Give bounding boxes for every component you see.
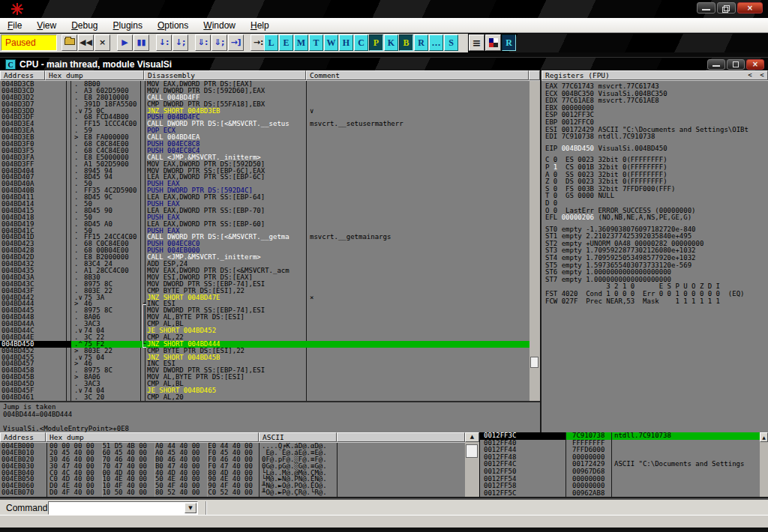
disasm-row[interactable]: 004BD448.8A06│MOV AL,BYTE PTR DS:[ESI] bbox=[0, 314, 530, 321]
command-input[interactable]: ▼ bbox=[48, 501, 198, 515]
stack-row[interactable]: 0012FF4C00172429ASCII "C:\Documents and … bbox=[480, 461, 760, 468]
disasm-row[interactable]: 004BD43C.8975 8CMOV DWORD PTR SS:[EBP-74… bbox=[0, 281, 530, 288]
disasm-row[interactable]: 004BD3FA.E8 E5000000CALL <JMP.&MSVCRT._i… bbox=[0, 154, 530, 161]
execute-till-return-button[interactable]: →] bbox=[228, 34, 244, 51]
col-disassembly[interactable]: Disassembly bbox=[144, 70, 306, 80]
stack-row[interactable]: 0012FF5000967D68 bbox=[480, 468, 760, 476]
run-trace-button[interactable]: R bbox=[502, 34, 516, 51]
step-into-button[interactable]: ↓: bbox=[156, 34, 172, 51]
cpu-close-button[interactable]: × bbox=[746, 59, 764, 70]
disasm-scrollbar-thumb[interactable] bbox=[530, 357, 538, 368]
disasm-row[interactable]: 004BD415.8D45 90LEA EAX,DWORD PTR SS:[EB… bbox=[0, 208, 530, 214]
disasm-row[interactable]: 004BD445.8975 8C│MOV DWORD PTR SS:[EBP-7… bbox=[0, 307, 530, 314]
collapse-button-2[interactable]: < bbox=[758, 71, 766, 79]
menu-window[interactable]: Window bbox=[196, 18, 243, 33]
dump-col-address[interactable]: Address bbox=[0, 432, 46, 442]
panel-button-R[interactable]: R bbox=[414, 34, 428, 51]
disasm-row[interactable]: 004BD41D.FF15 24CC4C00CALL DWORD PTR DS:… bbox=[0, 234, 530, 241]
disassembly-pane[interactable]: 004BD3CB.8B00MOV EAX,DWORD PTR DS:[EAX]0… bbox=[0, 81, 530, 401]
cpu-maximize-button[interactable] bbox=[727, 59, 745, 70]
disasm-row[interactable]: 004BD461.3C 20CMP AL,20 bbox=[0, 394, 530, 401]
disasm-row[interactable]: 004BD3D2.E8 28010000CALL 004BD4FF bbox=[0, 94, 530, 101]
disasm-row[interactable]: 004BD42D.E8 B2000000CALL <JMP.&MSVCRT._i… bbox=[0, 254, 530, 261]
stack-row[interactable]: 0012FF3C7C910738ntdll.7C910738 bbox=[480, 432, 760, 440]
menu-plugins[interactable]: Plugins bbox=[106, 18, 150, 33]
animate-over-button[interactable]: ⇓; bbox=[212, 34, 227, 51]
disasm-row[interactable]: 004BD458.8975 8CMOV DWORD PTR SS:[EBP-74… bbox=[0, 367, 530, 374]
step-over-button[interactable]: ↓; bbox=[172, 34, 188, 51]
disasm-row[interactable]: 004BD452>803E 22CMP BYTE PTR DS:[ESI],22 bbox=[0, 348, 530, 354]
disasm-row[interactable]: 004BD3EA.59POP ECX bbox=[0, 127, 530, 134]
menu-debug[interactable]: Debug bbox=[64, 18, 105, 33]
disasm-row[interactable]: 004BD44A.3AC3│CMP AL,BL bbox=[0, 321, 530, 327]
menu-options[interactable]: Options bbox=[150, 18, 196, 33]
stack-scroll-up-icon[interactable]: ▲ bbox=[760, 432, 768, 442]
disasm-row[interactable]: 004BD419.8D45 A0LEA EAX,DWORD PTR SS:[EB… bbox=[0, 221, 530, 228]
stack-scrollbar[interactable]: ▲ bbox=[760, 432, 768, 497]
panel-button-K[interactable]: K bbox=[384, 34, 398, 51]
disasm-row[interactable]: 004BD3CD.A3 602D5900MOV DWORD PTR DS:[59… bbox=[0, 88, 530, 94]
cpu-minimize-button[interactable] bbox=[707, 59, 725, 70]
disasm-row[interactable]: 004BD444>46┌INC ESI bbox=[0, 300, 530, 307]
registers-pane[interactable]: EAX 77C61743 msvcrt.77C61743ECX 004BC350… bbox=[542, 81, 768, 432]
disasm-row[interactable]: 004BD457>46INC ESI bbox=[0, 360, 530, 367]
stack-row[interactable]: 0012FF5400000000 bbox=[480, 476, 760, 483]
animate-into-button[interactable]: ⇓: bbox=[195, 34, 211, 51]
collapse-button[interactable]: < bbox=[746, 71, 754, 79]
panel-button-W[interactable]: W bbox=[324, 34, 338, 51]
dump-scrollbar[interactable]: ▲ bbox=[465, 432, 479, 497]
col-hexdump[interactable]: Hex dump bbox=[45, 70, 144, 80]
hex-dump-pane[interactable]: 004EB00000 00 00 00 51 D5 4B 00 A0 44 40… bbox=[0, 443, 465, 497]
disasm-row[interactable]: 004BD45B>8A06MOV AL,BYTE PTR DS:[ESI] bbox=[0, 374, 530, 381]
disasm-row[interactable]: 004BD43F.803E 22CMP BYTE PTR DS:[ESI],22 bbox=[0, 288, 530, 294]
panel-button-…[interactable]: … bbox=[429, 34, 443, 51]
panel-button-T[interactable]: T bbox=[309, 34, 323, 51]
panel-button-S[interactable]: S bbox=[444, 34, 458, 51]
disasm-row[interactable]: 004BD44C.∨74 04│JE SHORT 004BD452 bbox=[0, 327, 530, 334]
panel-button-E[interactable]: E bbox=[279, 34, 293, 51]
disasm-row[interactable]: 004BD450.^75 F2└JNZ SHORT 004BD444 bbox=[0, 341, 530, 348]
disasm-row[interactable]: 004BD404.8945 94MOV DWORD PTR SS:[EBP-6C… bbox=[0, 168, 530, 175]
menu-file[interactable]: File bbox=[0, 18, 29, 33]
menu-view[interactable]: View bbox=[29, 18, 64, 33]
disasm-row[interactable]: 004BD3E4.FF15 1CCC4C00CALL DWORD PTR DS:… bbox=[0, 121, 530, 127]
disasm-row[interactable]: 004BD3DF.68 FCD44B00PUSH 004BD4FC bbox=[0, 114, 530, 121]
disasm-row[interactable]: 004BD40B.FF35 4C2D5900PUSH DWORD PTR DS:… bbox=[0, 187, 530, 194]
pause-button[interactable]: ▮▮ bbox=[134, 34, 149, 51]
stack-row[interactable]: 0012FF40FFFFFFFF bbox=[480, 440, 760, 447]
panel-button-L[interactable]: L bbox=[264, 34, 278, 51]
disasm-row[interactable]: 004BD3CB.8B00MOV EAX,DWORD PTR DS:[EAX] bbox=[0, 81, 530, 88]
disasm-row[interactable]: 004BD3EB>E8 FA000000CALL 004BD4EA bbox=[0, 134, 530, 141]
panel-button-P[interactable]: P bbox=[369, 34, 383, 51]
disasm-row[interactable]: 004BD411.8D45 9CLEA EAX,DWORD PTR SS:[EB… bbox=[0, 194, 530, 201]
disasm-row[interactable]: 004BD432.83C4 24ADD ESP,24 bbox=[0, 261, 530, 267]
disasm-row[interactable]: 004BD407.8D45 94LEA EAX,DWORD PTR SS:[EB… bbox=[0, 174, 530, 181]
disasm-scrollbar[interactable] bbox=[530, 81, 540, 401]
disasm-row[interactable]: 004BD3F5.68 C4C84E00PUSH 004EC8C4 bbox=[0, 148, 530, 154]
open-file-button[interactable] bbox=[62, 34, 77, 51]
dump-scroll-up-icon[interactable]: ▲ bbox=[465, 432, 479, 442]
minimize-button[interactable] bbox=[697, 2, 716, 13]
windows-list-button[interactable]: ≡ bbox=[469, 34, 484, 51]
restart-button[interactable]: ◀◀ bbox=[78, 34, 94, 51]
panel-button-C[interactable]: C bbox=[354, 34, 368, 51]
disasm-row[interactable]: 004BD442.∨75 3AJNZ SHORT 004BD47E× bbox=[0, 294, 530, 301]
disasm-row[interactable]: 004BD435.A1 28CC4C00MOV EAX,DWORD PTR DS… bbox=[0, 267, 530, 274]
disasm-row[interactable]: 004BD3F0.68 C8C84E00PUSH 004EC8C8 bbox=[0, 141, 530, 148]
stack-row[interactable]: 0012FF447FFD6000 bbox=[480, 447, 760, 454]
dump-col-ascii[interactable]: ASCII bbox=[259, 432, 337, 442]
stack-row[interactable]: 0012FF4800000000 bbox=[480, 454, 760, 462]
disasm-row[interactable]: 004BD455.∨75 04JNZ SHORT 004BD45B bbox=[0, 354, 530, 361]
col-comment[interactable]: Comment bbox=[306, 70, 529, 80]
disasm-row[interactable]: 004BD41C.50PUSH EAX bbox=[0, 228, 530, 235]
close-program-button[interactable]: × bbox=[94, 34, 110, 51]
disasm-row[interactable]: 004BD414.50PUSH EAX bbox=[0, 201, 530, 208]
dump-row[interactable]: 004EB070D0 4F 40 00 10 50 40 00 80 52 40… bbox=[0, 489, 465, 496]
disasm-row[interactable]: 004BD423.68 C0C84E00PUSH 004EC8C0 bbox=[0, 241, 530, 247]
dump-scrollbar-thumb[interactable] bbox=[466, 444, 478, 458]
disasm-row[interactable]: 004BD3FF.A1 502D5900MOV EAX,DWORD PTR DS… bbox=[0, 161, 530, 168]
col-address[interactable]: Address bbox=[0, 70, 45, 80]
disasm-row[interactable]: 004BD40A.50PUSH EAX bbox=[0, 181, 530, 187]
cpu-window-titlebar[interactable]: C CPU - main thread, module VisualSi × bbox=[0, 57, 768, 70]
disasm-row[interactable]: 004BD3D7.391D 18FA5500CMP DWORD PTR DS:[… bbox=[0, 101, 530, 108]
